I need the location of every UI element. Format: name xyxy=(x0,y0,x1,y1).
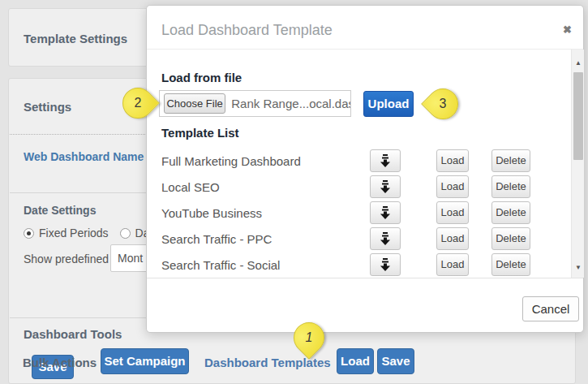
row-load-button[interactable]: Load xyxy=(436,253,469,276)
scrollbar-thumb[interactable] xyxy=(573,72,583,160)
download-icon xyxy=(380,180,391,193)
template-name: Search Traffic - PPC xyxy=(161,232,370,246)
template-row: Search Traffic - Social Load Delete xyxy=(161,252,530,278)
download-template-button[interactable] xyxy=(370,253,401,276)
date-range-radio[interactable] xyxy=(120,228,131,239)
bulk-actions-label: Bulk Actions xyxy=(23,356,97,369)
callout-2-number: 2 xyxy=(123,88,152,118)
download-template-button[interactable] xyxy=(370,149,401,172)
template-name: Full Marketing Dashboard xyxy=(161,154,370,168)
row-load-button[interactable]: Load xyxy=(436,175,469,198)
modal-footer-divider xyxy=(147,278,583,278)
load-dashboard-template-modal: Load Dashboard Template ✖ Load from file… xyxy=(146,5,584,333)
set-campaign-button[interactable]: Set Campaign xyxy=(101,348,189,374)
dashboard-templates-label: Dashboard Templates xyxy=(204,356,331,369)
selected-file-name: Rank Range...ocal.dash xyxy=(231,97,350,110)
dashboard-tools-title: Dashboard Tools xyxy=(24,327,122,341)
row-load-button[interactable]: Load xyxy=(436,201,469,224)
template-settings-title: Template Settings xyxy=(24,32,127,45)
download-template-button[interactable] xyxy=(370,201,401,224)
date-mode-radio-group: Fixed Periods Dat xyxy=(24,227,164,239)
show-predefined-label: Show predefined xyxy=(24,252,109,265)
row-delete-button[interactable]: Delete xyxy=(491,149,530,172)
file-input[interactable]: Choose File Rank Range...ocal.dash xyxy=(159,90,351,117)
template-list-rows: Full Marketing Dashboard Load Delete Loc… xyxy=(161,148,530,278)
dashboard-templates-load-button[interactable]: Load xyxy=(337,348,374,374)
dashboard-templates-save-button[interactable]: Save xyxy=(377,348,414,374)
choose-file-button[interactable]: Choose File xyxy=(164,93,225,114)
close-icon[interactable]: ✖ xyxy=(563,24,572,36)
scrollbar-up-icon[interactable]: ▲ xyxy=(572,59,585,67)
modal-title: Load Dashboard Template xyxy=(161,22,333,39)
row-delete-button[interactable]: Delete xyxy=(491,253,530,276)
row-delete-button[interactable]: Delete xyxy=(491,175,530,198)
template-list-label: Template List xyxy=(161,126,239,140)
template-row: Local SEO Load Delete xyxy=(161,174,530,200)
row-delete-button[interactable]: Delete xyxy=(491,227,530,250)
row-delete-button[interactable]: Delete xyxy=(491,201,530,224)
upload-button[interactable]: Upload xyxy=(363,91,414,117)
download-icon xyxy=(380,154,391,167)
download-icon xyxy=(380,232,391,245)
modal-header-divider xyxy=(147,49,583,50)
download-template-button[interactable] xyxy=(370,175,401,198)
date-settings-label: Date Settings xyxy=(24,204,96,217)
page: Template Settings Settings Web Dashboard… xyxy=(0,0,588,384)
settings-title: Settings xyxy=(24,100,71,114)
web-dashboard-name-label: Web Dashboard Name xyxy=(24,150,144,163)
callout-1-number: 1 xyxy=(294,323,324,352)
load-from-file-label: Load from file xyxy=(161,71,242,84)
download-icon xyxy=(380,258,391,271)
row-load-button[interactable]: Load xyxy=(436,227,469,250)
fixed-periods-label: Fixed Periods xyxy=(39,227,109,239)
download-icon xyxy=(380,206,391,219)
template-row: YouTube Business Load Delete xyxy=(161,200,530,226)
template-row: Search Traffic - PPC Load Delete xyxy=(161,226,530,252)
download-template-button[interactable] xyxy=(370,227,401,250)
modal-scrollbar[interactable]: ▲ ▼ xyxy=(571,50,584,278)
template-name: Local SEO xyxy=(161,180,370,194)
fixed-periods-radio[interactable] xyxy=(24,228,34,239)
callout-3-number: 3 xyxy=(428,89,457,119)
row-load-button[interactable]: Load xyxy=(436,149,469,172)
template-row: Full Marketing Dashboard Load Delete xyxy=(161,148,530,174)
scrollbar-down-icon[interactable]: ▼ xyxy=(572,264,585,271)
template-name: Search Traffic - Social xyxy=(161,258,370,272)
cancel-button[interactable]: Cancel xyxy=(522,296,579,321)
template-name: YouTube Business xyxy=(161,206,370,220)
